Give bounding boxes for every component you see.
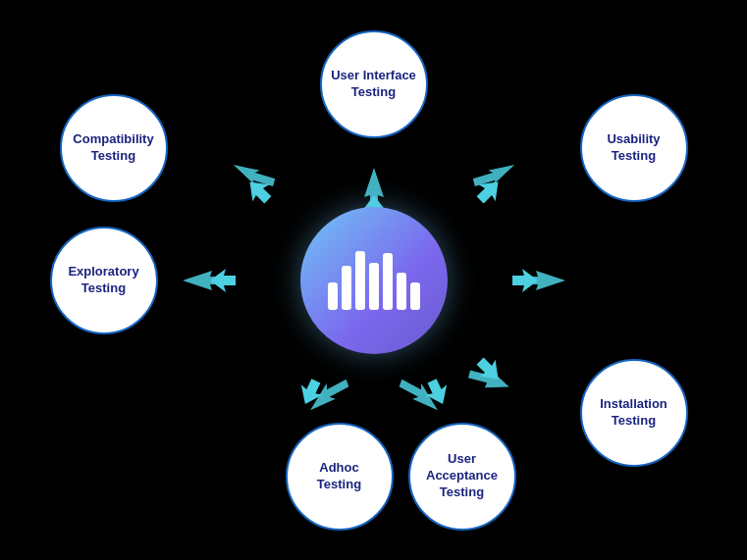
center-circle [300, 207, 448, 354]
satellite-adhoc-testing: AdhocTesting [286, 423, 394, 531]
diagram-container: User Interface Testing UsabilityTesting … [30, 16, 718, 545]
user-acceptance-testing-label: UserAcceptanceTesting [418, 443, 506, 509]
arrow-up-right [471, 174, 506, 208]
svg-marker-5 [396, 377, 444, 410]
svg-marker-10 [471, 174, 506, 208]
arrow-left [210, 269, 236, 292]
svg-marker-3 [516, 271, 565, 290]
svg-marker-16 [241, 174, 276, 208]
svg-marker-13 [421, 376, 454, 409]
audio-waveform-icon [328, 251, 420, 310]
svg-marker-14 [294, 376, 327, 409]
satellite-installation-testing: InstallationTesting [580, 359, 688, 467]
installation-testing-label: InstallationTesting [592, 388, 675, 437]
satellite-usability-testing: UsabilityTesting [580, 94, 688, 202]
arrow-down-center-right [421, 376, 454, 409]
svg-marker-6 [303, 377, 351, 410]
usability-testing-label: UsabilityTesting [599, 124, 667, 173]
adhoc-testing-label: AdhocTesting [309, 452, 369, 501]
arrow-down-right [471, 352, 506, 386]
satellite-user-acceptance-testing: UserAcceptanceTesting [408, 423, 516, 531]
satellite-compatibility-testing: CompatibilityTesting [60, 94, 168, 202]
svg-marker-12 [471, 352, 506, 386]
svg-marker-8 [233, 150, 277, 194]
svg-marker-4 [465, 359, 509, 403]
svg-marker-15 [210, 269, 236, 292]
svg-marker-11 [512, 269, 538, 292]
compatibility-testing-label: CompatibilityTesting [65, 124, 161, 173]
svg-marker-2 [469, 150, 513, 194]
arrow-right [512, 269, 538, 292]
exploratory-testing-label: ExploratoryTesting [60, 256, 146, 305]
satellite-ui-testing: User Interface Testing [320, 30, 428, 138]
ui-testing-label: User Interface Testing [322, 60, 426, 109]
satellite-exploratory-testing: ExploratoryTesting [50, 227, 158, 334]
arrow-up-left [241, 174, 276, 208]
arrow-down-center-left [294, 376, 327, 409]
svg-marker-7 [183, 271, 232, 290]
